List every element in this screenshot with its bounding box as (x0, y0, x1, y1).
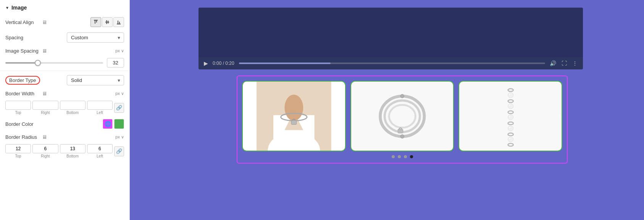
border-left-input[interactable] (87, 101, 113, 110)
image-spacing-slider-row (0, 56, 129, 69)
video-progress-bar[interactable] (239, 63, 545, 64)
image-spacing-monitor-icon: 🖥 (42, 48, 47, 54)
border-radius-inputs-row: Top Right Bottom Left 🔗 (0, 143, 129, 160)
align-bottom-icon (116, 19, 121, 25)
border-radius-monitor-icon: 🖥 (42, 134, 47, 140)
border-radius-left-wrap: Left (87, 144, 113, 158)
play-button[interactable]: ▶ (204, 60, 208, 66)
svg-point-34 (509, 116, 510, 117)
svg-rect-17 (291, 120, 297, 125)
svg-point-36 (508, 126, 513, 131)
border-radius-top-input[interactable] (5, 144, 31, 153)
carousel-item-3: › (458, 81, 562, 151)
carousel-dot-4[interactable] (410, 155, 413, 158)
border-radius-label: Border Radius (5, 134, 40, 140)
spacing-label: Spacing (5, 35, 40, 40)
border-width-unit: px ∨ (115, 91, 124, 96)
border-top-label: Top (15, 111, 21, 115)
spacing-select[interactable]: Default Custom None (67, 32, 124, 43)
svg-point-27 (508, 92, 513, 98)
svg-point-37 (509, 127, 510, 128)
border-right-label: Right (41, 111, 50, 115)
border-radius-unit: px ∨ (115, 135, 124, 140)
border-radius-bottom-input[interactable] (60, 144, 86, 153)
align-bottom-button[interactable] (113, 17, 124, 27)
border-radius-left-input[interactable] (87, 144, 113, 153)
border-color-green-swatch[interactable] (114, 119, 124, 129)
video-screen (199, 8, 583, 57)
border-type-dropdown-wrapper: None Solid Dashed Dotted Double ▼ (67, 75, 124, 85)
svg-point-22 (400, 94, 404, 98)
svg-rect-4 (108, 21, 108, 22)
fullscreen-icon[interactable]: ⛶ (562, 60, 567, 66)
border-type-select[interactable]: None Solid Dashed Dotted Double (67, 75, 124, 85)
svg-rect-2 (96, 21, 97, 22)
border-width-label: Border Width (5, 91, 40, 96)
monitor-icon: 🖥 (42, 19, 47, 25)
panel-title: Image (11, 5, 27, 11)
align-middle-button[interactable] (102, 17, 113, 27)
image-spacing-input[interactable] (107, 58, 124, 67)
border-top-wrap: Top (5, 101, 31, 115)
video-player[interactable]: ▶ 0:00 / 0:20 🔊 ⛶ ⋮ (199, 8, 583, 69)
align-top-button[interactable] (90, 17, 101, 27)
svg-rect-8 (118, 21, 118, 24)
border-type-label-wrap: Border Type (5, 76, 40, 85)
border-right-wrap: Right (32, 101, 58, 115)
main-content-area: ▶ 0:00 / 0:20 🔊 ⛶ ⋮ (130, 0, 644, 220)
border-radius-header-row: Border Radius 🖥 px ∨ (0, 132, 129, 143)
jewelry-image-2 (359, 87, 446, 146)
video-time: 0:00 / 0:20 (213, 61, 234, 66)
align-middle-icon (105, 19, 110, 25)
border-radius-link-button[interactable]: 🔗 (114, 146, 124, 156)
carousel-dot-1[interactable] (392, 155, 395, 158)
border-radius-bottom-wrap: Bottom (60, 144, 86, 158)
carousel-dot-2[interactable] (398, 155, 401, 158)
border-left-wrap: Left (87, 101, 113, 115)
video-controls-bar: ▶ 0:00 / 0:20 🔊 ⛶ ⋮ (199, 57, 583, 69)
carousel-next-arrow[interactable]: › (557, 108, 562, 124)
border-color-globe-swatch[interactable]: 🌐 (103, 119, 113, 129)
svg-rect-3 (106, 20, 107, 22)
video-progress-fill (239, 63, 331, 64)
carousel-wrapper: › (237, 75, 568, 164)
carousel-container-outer: › (183, 75, 606, 164)
border-right-input[interactable] (32, 101, 58, 110)
chevron-down-icon: ▼ (5, 6, 9, 10)
image-spacing-unit: px ∨ (115, 48, 124, 53)
svg-rect-5 (105, 22, 109, 22)
align-buttons-group (90, 17, 124, 27)
border-radius-right-input[interactable] (32, 144, 58, 153)
border-type-row: Border Type None Solid Dashed Dotted Dou… (0, 72, 129, 88)
more-options-icon[interactable]: ⋮ (572, 60, 578, 66)
border-bottom-wrap: Bottom (60, 101, 86, 115)
border-width-inputs-row: Top Right Bottom Left 🔗 (0, 99, 129, 116)
carousel-item-1 (242, 81, 346, 151)
jewelry-image-3 (475, 85, 546, 147)
border-top-input[interactable] (5, 101, 31, 110)
border-bottom-label: Bottom (66, 111, 79, 115)
carousel-dot-3[interactable] (404, 155, 407, 158)
border-width-monitor-icon: 🖥 (42, 91, 47, 96)
spacing-dropdown-wrapper: Default Custom None ▼ (67, 32, 124, 43)
svg-rect-10 (117, 24, 121, 24)
image-spacing-header-row: Image Spacing 🖥 px ∨ (0, 45, 129, 56)
border-radius-right-label: Right (41, 154, 50, 158)
svg-point-40 (509, 138, 510, 139)
jewelry-image-1 (243, 82, 345, 151)
svg-rect-1 (95, 21, 95, 24)
image-spacing-label: Image Spacing (5, 48, 40, 54)
image-spacing-slider[interactable] (5, 62, 103, 64)
border-radius-bottom-label: Bottom (66, 154, 79, 158)
border-link-button[interactable]: 🔗 (114, 103, 124, 113)
video-icon-group: 🔊 ⛶ ⋮ (550, 60, 578, 66)
svg-rect-6 (106, 22, 107, 24)
svg-rect-7 (108, 22, 108, 24)
carousel-item-2 (350, 81, 454, 151)
spacing-row: Spacing Default Custom None ▼ (0, 30, 129, 45)
svg-rect-9 (119, 22, 120, 24)
border-radius-left-label: Left (97, 154, 103, 158)
border-radius-top-label: Top (15, 154, 21, 158)
border-bottom-input[interactable] (60, 101, 86, 110)
volume-icon[interactable]: 🔊 (550, 60, 556, 66)
